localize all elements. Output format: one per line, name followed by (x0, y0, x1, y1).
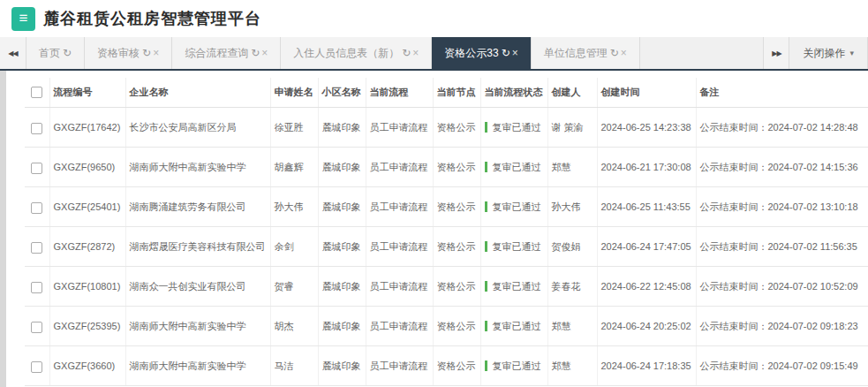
refresh-icon[interactable]: ↻ (142, 47, 151, 59)
cell-creator: 谢 策渝 (547, 108, 597, 148)
table-row: GXGZF(25401)湖南腾涌建筑劳务有限公司孙大伟麓城印象员工申请流程资格公… (25, 187, 868, 227)
cell-created: 2024-06-24 17:18:35 (597, 346, 696, 386)
select-all-header-cell (25, 78, 49, 108)
cell-flow: 员工申请流程 (366, 227, 433, 267)
cell-remark: 公示结束时间：2024-07-02 14:15:36 (696, 148, 868, 187)
refresh-icon[interactable]: ↻ (63, 47, 72, 59)
table-row: GXGZF(17642)长沙市公安局高新区分局徐亚胜麓城印象员工申请流程资格公示… (25, 108, 868, 148)
close-operations-label: 关闭操作 (803, 46, 845, 61)
cell-applicant: 贺睿 (270, 267, 318, 307)
cell-creator: 孙大伟 (547, 187, 597, 227)
app-header: ≡ 麓谷租赁公租房智慧管理平台 (0, 0, 868, 37)
cell-creator: 郑慧 (547, 307, 597, 346)
status-badge: 复审已通过 (485, 122, 541, 133)
cell-check (25, 187, 49, 227)
cell-id: GXGZF(3660) (49, 346, 125, 386)
tab-label: 资格公示33 (444, 46, 498, 61)
status-badge: 复审已通过 (485, 360, 541, 371)
menu-toggle-button[interactable]: ≡ (11, 7, 35, 31)
collapsed-sidebar[interactable] (0, 71, 6, 387)
cell-node: 资格公示 (433, 346, 480, 386)
double-right-arrow-icon: ▶▶ (772, 49, 781, 57)
row-checkbox[interactable] (31, 123, 42, 134)
cell-community: 麓城印象 (318, 108, 366, 148)
row-checkbox[interactable] (31, 282, 42, 293)
col-header-creator: 创建人 (547, 78, 597, 108)
row-checkbox[interactable] (31, 361, 42, 373)
cell-company: 湖南师大附中高新实验中学 (125, 148, 270, 187)
table-row: GXGZF(2872)湖南熠晟医疗美容科技有限公司余剑麓城印象员工申请流程资格公… (25, 227, 868, 267)
cell-remark: 公示结束时间：2024-07-02 09:15:49 (696, 346, 868, 386)
close-icon[interactable]: × (412, 47, 419, 59)
cell-company: 湖南师大附中高新实验中学 (125, 307, 270, 346)
cell-company: 长沙市公安局高新区分局 (125, 108, 270, 148)
cell-community: 麓城印象 (318, 307, 366, 346)
row-checkbox[interactable] (31, 163, 42, 174)
cell-check (25, 267, 49, 307)
col-header-status: 当前流程状态 (480, 78, 547, 108)
cell-check (25, 108, 49, 148)
cell-id: GXGZF(25401) (49, 187, 125, 227)
close-operations-dropdown[interactable]: 关闭操作 ▾ (789, 37, 868, 69)
status-badge: 复审已通过 (485, 201, 541, 212)
cell-check (25, 346, 49, 386)
col-header-flow: 当前流程 (366, 78, 433, 108)
scroll-tabs-right-button[interactable]: ▶▶ (763, 37, 789, 69)
close-icon[interactable]: × (153, 47, 159, 59)
tab-list: 首页↻资格审核↻×综合流程查询↻×入住人员信息表（新）↻×资格公示33↻×单位信… (26, 37, 763, 69)
status-badge: 复审已通过 (485, 281, 541, 292)
status-badge: 复审已通过 (485, 162, 541, 172)
tab-5[interactable]: 单位信息管理↻× (532, 37, 640, 69)
tab-label: 首页 (39, 46, 60, 61)
col-header-created: 创建时间 (597, 78, 696, 108)
col-header-id: 流程编号 (49, 78, 125, 108)
cell-status: 复审已通过 (480, 307, 547, 346)
close-icon[interactable]: × (512, 47, 518, 59)
cell-applicant: 余剑 (270, 227, 318, 267)
cell-flow: 员工申请流程 (366, 148, 433, 187)
col-header-community: 小区名称 (318, 78, 366, 108)
cell-company: 湖南熠晟医疗美容科技有限公司 (125, 227, 270, 267)
cell-created: 2024-06-25 11:43:55 (597, 187, 696, 227)
cell-node: 资格公示 (433, 267, 480, 307)
cell-community: 麓城印象 (318, 187, 366, 227)
row-checkbox[interactable] (31, 242, 42, 254)
tab-3[interactable]: 入住人员信息表（新）↻× (281, 37, 432, 69)
row-checkbox[interactable] (31, 322, 42, 333)
col-header-applicant: 申请姓名 (270, 78, 318, 108)
table-container: 流程编号企业名称申请姓名小区名称当前流程当前节点当前流程状态创建人创建时间备注 … (6, 71, 868, 387)
refresh-icon[interactable]: ↻ (251, 47, 260, 59)
cell-status: 复审已通过 (480, 267, 547, 307)
cell-status: 复审已通过 (480, 108, 547, 148)
tab-2[interactable]: 综合流程查询↻× (172, 37, 281, 69)
cell-node: 资格公示 (433, 187, 480, 227)
refresh-icon[interactable]: ↻ (402, 47, 411, 59)
tab-4[interactable]: 资格公示33↻× (432, 37, 531, 69)
cell-check (25, 307, 49, 346)
app-title: 麓谷租赁公租房智慧管理平台 (43, 8, 261, 29)
cell-applicant: 孙大伟 (270, 187, 318, 227)
col-header-remark: 备注 (696, 78, 868, 108)
cell-status: 复审已通过 (480, 148, 547, 187)
tab-1[interactable]: 资格审核↻× (85, 37, 172, 69)
close-icon[interactable]: × (261, 47, 268, 59)
cell-node: 资格公示 (433, 307, 480, 346)
scroll-tabs-left-button[interactable]: ◀◀ (0, 37, 26, 69)
tab-0[interactable]: 首页↻ (26, 37, 85, 69)
status-badge: 复审已通过 (485, 321, 541, 331)
cell-check (25, 148, 49, 187)
close-icon[interactable]: × (621, 47, 627, 59)
hamburger-icon: ≡ (19, 10, 28, 27)
cell-applicant: 胡鑫辉 (270, 148, 318, 187)
cell-flow: 员工申请流程 (366, 108, 433, 148)
cell-created: 2024-06-24 20:25:02 (597, 307, 696, 346)
cell-remark: 公示结束时间：2024-07-02 10:52:09 (696, 267, 868, 307)
cell-status: 复审已通过 (480, 346, 547, 386)
cell-applicant: 胡杰 (270, 307, 318, 346)
cell-check (25, 227, 49, 267)
row-checkbox[interactable] (31, 202, 42, 214)
refresh-icon[interactable]: ↻ (610, 47, 619, 59)
select-all-checkbox[interactable] (31, 87, 42, 98)
refresh-icon[interactable]: ↻ (502, 47, 510, 59)
cell-community: 麓城印象 (318, 148, 366, 187)
